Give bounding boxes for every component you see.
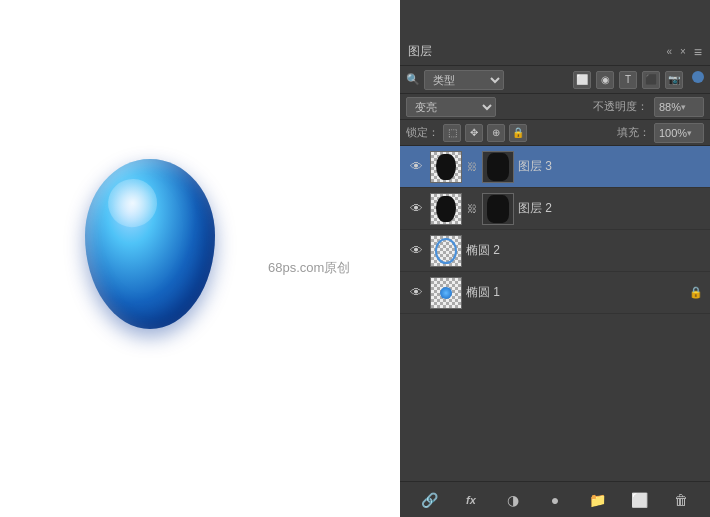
layers-panel: 图层 « × ≡ 🔍 类型 ⬜ ◉ T ⬛ 📷 变亮 不透明度： 88% ▾ [400, 38, 710, 517]
layer-thumbnail [430, 193, 462, 225]
opacity-label: 不透明度： [593, 99, 648, 114]
layer-name: 图层 2 [518, 200, 704, 217]
layer-item[interactable]: 👁 椭圆 2 [400, 230, 710, 272]
filter-type-select[interactable]: 类型 [424, 70, 504, 90]
lock-artboard-button[interactable]: ⊕ [487, 124, 505, 142]
new-layer-button[interactable]: ⬜ [627, 488, 651, 512]
search-icon: 🔍 [406, 73, 420, 86]
layer-name: 图层 3 [518, 158, 704, 175]
lock-position-button[interactable]: ✥ [465, 124, 483, 142]
collapse-button[interactable]: « [666, 46, 672, 57]
link-layers-button[interactable]: 🔗 [417, 488, 441, 512]
layer-visibility-toggle[interactable]: 👁 [406, 241, 426, 261]
layer-lock-icon: 🔒 [688, 285, 704, 301]
layer-thumbnail [430, 235, 462, 267]
lock-label: 锁定： [406, 125, 439, 140]
lock-icons: ⬚ ✥ ⊕ 🔒 [443, 124, 527, 142]
filter-icons: ⬜ ◉ T ⬛ 📷 [573, 71, 704, 89]
layer-item[interactable]: 👁 椭圆 1 🔒 [400, 272, 710, 314]
opacity-value[interactable]: 88% ▾ [654, 97, 704, 117]
filter-shape-icon[interactable]: ⬛ [642, 71, 660, 89]
filter-adjust-icon[interactable]: ◉ [596, 71, 614, 89]
filter-pixel-icon[interactable]: ⬜ [573, 71, 591, 89]
filter-smart-icon[interactable]: 📷 [665, 71, 683, 89]
panel-menu-button[interactable]: ≡ [694, 44, 702, 60]
blend-mode-select[interactable]: 变亮 [406, 97, 496, 117]
panel-title: 图层 [408, 43, 432, 60]
layer-visibility-toggle[interactable]: 👁 [406, 199, 426, 219]
add-mask-button[interactable]: ◑ [501, 488, 525, 512]
fill-value[interactable]: 100% ▾ [654, 123, 704, 143]
fx-button[interactable]: fx [459, 488, 483, 512]
layer-name: 椭圆 2 [466, 242, 704, 259]
filter-row: 🔍 类型 ⬜ ◉ T ⬛ 📷 [400, 66, 710, 94]
layer-mask-thumbnail [482, 193, 514, 225]
layer-mask-thumbnail [482, 151, 514, 183]
delete-layer-button[interactable]: 🗑 [669, 488, 693, 512]
lock-row: 锁定： ⬚ ✥ ⊕ 🔒 填充： 100% ▾ [400, 120, 710, 146]
filter-text-icon[interactable]: T [619, 71, 637, 89]
layer-name: 椭圆 1 [466, 284, 684, 301]
blend-row: 变亮 不透明度： 88% ▾ [400, 94, 710, 120]
layer-item[interactable]: 👁 ⛓ 图层 2 [400, 188, 710, 230]
layer-thumbnail [430, 151, 462, 183]
lock-pixels-button[interactable]: ⬚ [443, 124, 461, 142]
close-button[interactable]: × [680, 46, 686, 57]
panel-header-controls: « × ≡ [666, 44, 702, 60]
fill-dropdown-arrow: ▾ [687, 128, 692, 138]
panel-header: 图层 « × ≡ [400, 38, 710, 66]
layer-list-spacer [400, 314, 710, 482]
top-strip [400, 0, 710, 38]
opacity-dropdown-arrow: ▾ [681, 102, 686, 112]
panel-bottom-toolbar: 🔗 fx ◑ ● 📁 ⬜ 🗑 [400, 481, 710, 517]
canvas-area: 68ps.com原创 [0, 0, 400, 517]
lock-all-button[interactable]: 🔒 [509, 124, 527, 142]
svg-point-0 [436, 239, 456, 263]
watermark-text: 68ps.com原创 [268, 259, 350, 277]
new-group-button[interactable]: 📁 [585, 488, 609, 512]
layer-thumbnail [430, 277, 462, 309]
blue-egg-shape [85, 159, 215, 329]
layer-link-icon: ⛓ [466, 199, 478, 219]
layer-list: 👁 ⛓ 图层 3 👁 ⛓ 图层 2 👁 [400, 146, 710, 314]
adjustment-button[interactable]: ● [543, 488, 567, 512]
layer-link-icon: ⛓ [466, 157, 478, 177]
layer-item[interactable]: 👁 ⛓ 图层 3 [400, 146, 710, 188]
fill-label: 填充： [617, 125, 650, 140]
filter-active-indicator [692, 71, 704, 83]
layer-visibility-toggle[interactable]: 👁 [406, 283, 426, 303]
layer-visibility-toggle[interactable]: 👁 [406, 157, 426, 177]
